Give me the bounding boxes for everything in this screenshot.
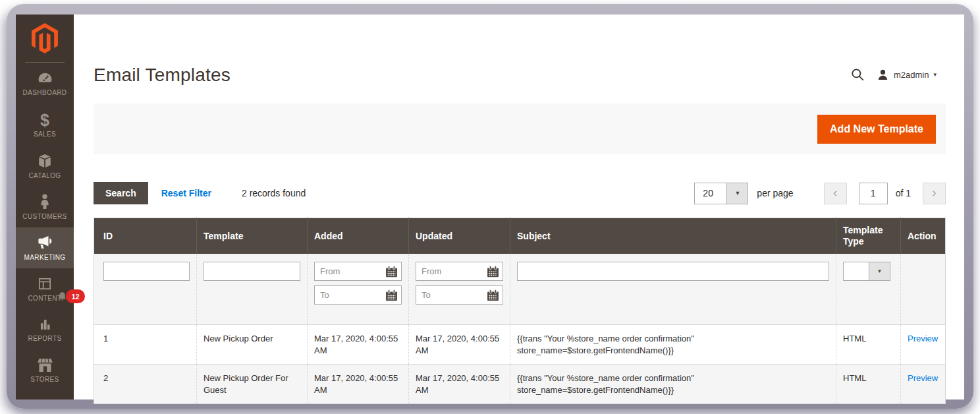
- filter-added-to-field: [314, 285, 402, 305]
- column-header-template[interactable]: Template: [197, 218, 308, 254]
- grid-search-button[interactable]: Search: [94, 182, 148, 204]
- user-icon: [877, 69, 889, 81]
- sidebar-item-content[interactable]: CONTENT 12: [16, 268, 74, 309]
- page-title: Email Templates: [94, 65, 231, 86]
- sidebar-item-label: REPORTS: [28, 335, 62, 342]
- column-header-updated[interactable]: Updated: [409, 218, 510, 254]
- cell-id: 2: [94, 365, 197, 404]
- grid-toolbar: Search Reset Filter 2 records found 20 ▼…: [94, 182, 946, 204]
- toolbar-pager: 20 ▼ per page ‹ of 1 ›: [694, 183, 946, 204]
- sidebar-item-sales[interactable]: $ SALES: [16, 105, 74, 146]
- calendar-icon[interactable]: [385, 289, 398, 301]
- column-header-added[interactable]: Added: [308, 218, 409, 254]
- email-templates-grid-wrap: ID Template Added Updated Subject Templa…: [94, 218, 946, 404]
- toolbar-left: Search Reset Filter 2 records found: [94, 182, 306, 204]
- filter-template-type-select[interactable]: ▼: [843, 262, 890, 281]
- table-row[interactable]: 1 New Pickup Order Mar 17, 2020, 4:00:55…: [94, 325, 946, 365]
- select-caret-icon: ▼: [726, 183, 748, 204]
- magento-logo[interactable]: [16, 15, 74, 62]
- filter-subject-input[interactable]: [517, 262, 829, 281]
- per-page-label: per page: [757, 188, 793, 198]
- preview-link[interactable]: Preview: [908, 373, 938, 383]
- column-header-id[interactable]: ID: [94, 218, 197, 254]
- page-of-text: of 1: [896, 188, 911, 198]
- column-header-action[interactable]: Action: [901, 218, 946, 254]
- calendar-icon[interactable]: [487, 289, 499, 301]
- cell-subject: {{trans "Your %store_name order confirma…: [510, 325, 836, 365]
- search-icon: [850, 67, 865, 82]
- cell-id: 1: [94, 325, 197, 365]
- preview-link[interactable]: Preview: [908, 334, 938, 343]
- chevron-right-icon: ›: [932, 185, 936, 200]
- header-user-area: m2admin ▾: [850, 67, 946, 82]
- calendar-icon[interactable]: [385, 266, 398, 278]
- sidebar-nav: DASHBOARD $ SALES CATALOG CUSTOM: [16, 64, 74, 391]
- sidebar-item-marketing[interactable]: MARKETING: [16, 227, 74, 268]
- username: m2admin: [894, 70, 929, 80]
- sidebar-item-label: CATALOG: [28, 172, 61, 179]
- cell-updated: Mar 17, 2020, 4:00:55 AM: [409, 365, 510, 404]
- column-header-subject[interactable]: Subject: [510, 218, 836, 254]
- filter-id-input[interactable]: [103, 262, 190, 281]
- sidebar-item-dashboard[interactable]: DASHBOARD: [16, 64, 74, 105]
- filter-added-from-field: [314, 262, 402, 281]
- megaphone-icon: [36, 235, 54, 251]
- sidebar-divider: [25, 62, 65, 63]
- magento-logo-icon: [30, 22, 60, 54]
- per-page-select[interactable]: 20 ▼: [694, 183, 748, 204]
- dashboard-gauge-icon: [37, 73, 53, 86]
- grid-header-row: ID Template Added Updated Subject Templa…: [94, 218, 946, 254]
- grid-filter-row: ▼: [94, 254, 946, 325]
- sidebar-item-stores[interactable]: STORES: [16, 350, 74, 391]
- sidebar-item-label: CUSTOMERS: [22, 213, 67, 220]
- calendar-icon[interactable]: [487, 266, 499, 278]
- sidebar-item-reports[interactable]: REPORTS: [16, 309, 74, 350]
- sidebar: DASHBOARD $ SALES CATALOG CUSTOM: [16, 15, 74, 399]
- cell-template-type: HTML: [836, 325, 901, 365]
- filter-updated-from-field: [416, 262, 503, 281]
- cell-template-type: HTML: [836, 365, 901, 404]
- page-actions-band: Add New Template: [94, 104, 946, 154]
- cell-template: New Pickup Order: [197, 325, 308, 365]
- sidebar-item-label: STORES: [30, 376, 59, 383]
- main-content: Email Templates m2admin ▾: [74, 15, 966, 399]
- storefront-icon: [36, 358, 54, 372]
- sidebar-item-catalog[interactable]: CATALOG: [16, 146, 74, 187]
- column-header-template-type[interactable]: Template Type: [836, 218, 901, 254]
- notification-count-badge[interactable]: 12: [66, 289, 85, 303]
- email-templates-grid: ID Template Added Updated Subject Templa…: [94, 218, 946, 404]
- template-type-select-value: [844, 262, 869, 280]
- add-new-template-button[interactable]: Add New Template: [817, 115, 936, 144]
- per-page-value: 20: [695, 183, 726, 204]
- sidebar-item-label: SALES: [34, 131, 56, 138]
- dollar-icon: $: [40, 113, 49, 127]
- next-page-button[interactable]: ›: [923, 183, 946, 204]
- cell-added: Mar 17, 2020, 4:00:55 AM: [308, 365, 409, 404]
- table-row[interactable]: 2 New Pickup Order For Guest Mar 17, 202…: [94, 365, 946, 404]
- select-caret-icon: ▼: [869, 262, 890, 280]
- current-page-input[interactable]: [859, 183, 888, 204]
- previous-page-button[interactable]: ‹: [824, 183, 847, 204]
- records-found-text: 2 records found: [242, 188, 306, 198]
- box-icon: [37, 154, 53, 169]
- cell-template: New Pickup Order For Guest: [197, 365, 308, 404]
- sidebar-item-label: MARKETING: [24, 254, 65, 261]
- notification-area[interactable]: 12: [57, 289, 85, 303]
- bar-chart-icon: [38, 317, 52, 332]
- cell-added: Mar 17, 2020, 4:00:55 AM: [308, 325, 409, 365]
- reset-filter-link[interactable]: Reset Filter: [161, 188, 211, 198]
- admin-screen: DASHBOARD $ SALES CATALOG CUSTOM: [16, 15, 964, 399]
- filter-template-input[interactable]: [204, 262, 300, 281]
- layout-icon: [37, 276, 53, 291]
- chevron-left-icon: ‹: [833, 185, 837, 200]
- person-icon: [38, 194, 51, 210]
- filter-updated-to-field: [416, 285, 503, 305]
- caret-down-icon: ▾: [933, 71, 937, 78]
- page-header: Email Templates m2admin ▾: [94, 65, 946, 86]
- cell-subject: {{trans "Your %store_name order confirma…: [510, 365, 836, 404]
- sidebar-item-label: DASHBOARD: [23, 89, 67, 96]
- sidebar-item-customers[interactable]: CUSTOMERS: [16, 187, 74, 227]
- search-button[interactable]: [850, 67, 865, 82]
- user-menu[interactable]: m2admin ▾: [877, 69, 937, 81]
- cell-updated: Mar 17, 2020, 4:00:55 AM: [409, 325, 510, 365]
